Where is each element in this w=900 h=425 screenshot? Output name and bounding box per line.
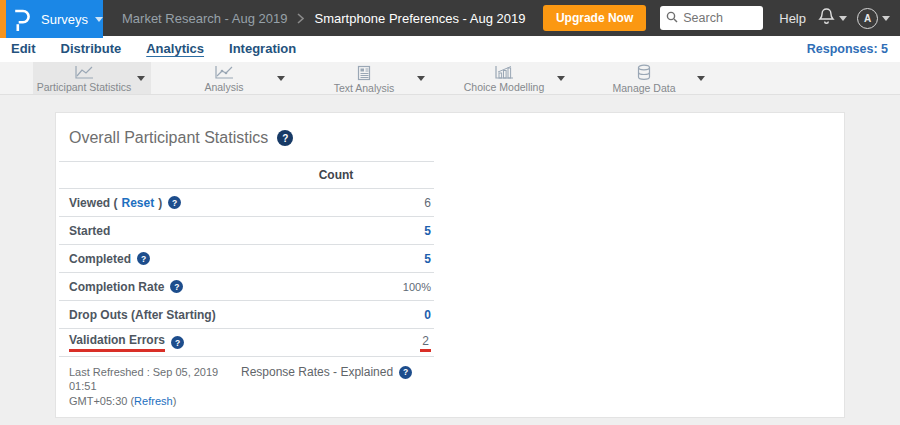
- chevron-down-icon: [95, 17, 103, 22]
- response-rates-explained: Response Rates - Explained ?: [241, 365, 412, 379]
- reset-link[interactable]: Reset: [121, 196, 154, 210]
- response-rates-label: Response Rates - Explained: [241, 365, 393, 379]
- chevron-down-icon: [697, 76, 705, 81]
- chevron-right-icon: [297, 13, 304, 24]
- analytics-toolbar: Participant Statistics Analysis: [0, 62, 900, 95]
- completion-rate-label: Completion Rate: [69, 280, 164, 294]
- table-header-row: Count: [59, 161, 434, 189]
- bell-icon: [818, 7, 835, 29]
- tab-edit[interactable]: Edit: [11, 41, 36, 57]
- participant-stats-table: Count Viewed ( Reset ) ? 6 Started 5: [59, 161, 434, 357]
- last-refreshed-close: ): [173, 395, 177, 407]
- validation-errors-help-icon[interactable]: ?: [171, 336, 184, 349]
- participant-statistics-card: Overall Participant Statistics ? Count V…: [55, 112, 845, 418]
- validation-errors-count: 2: [420, 334, 431, 352]
- last-refreshed-line2: GMT+05:30 (: [69, 395, 134, 407]
- last-refreshed: Last Refreshed : Sep 05, 2019 01:51 GMT+…: [69, 365, 241, 408]
- viewed-label: Viewed (: [69, 196, 117, 210]
- notifications-menu[interactable]: [818, 7, 847, 29]
- survey-section-nav: Edit Distribute Analytics Integration Re…: [0, 36, 900, 62]
- breadcrumb-current: Smartphone Preferences - Aug 2019: [314, 11, 525, 26]
- bar-chart-icon: [494, 65, 514, 80]
- tab-integration[interactable]: Integration: [229, 41, 296, 57]
- account-menu[interactable]: A: [857, 8, 890, 29]
- completion-rate-bar: [240, 280, 403, 293]
- breadcrumb: Market Research - Aug 2019 Smartphone Pr…: [122, 11, 526, 26]
- surveys-menu-label: Surveys: [41, 12, 88, 27]
- tab-manage-data[interactable]: Manage Data: [593, 62, 711, 94]
- search-icon: [666, 9, 678, 27]
- chevron-down-icon: [277, 76, 285, 81]
- completed-label: Completed: [69, 252, 131, 266]
- tab-choice-modelling[interactable]: Choice Modelling: [453, 62, 571, 94]
- viewed-help-icon[interactable]: ?: [168, 196, 181, 209]
- table-row-drop-outs: Drop Outs (After Starting) 0: [59, 301, 434, 329]
- tab-participant-statistics[interactable]: Participant Statistics: [33, 62, 151, 94]
- page-background: Overall Participant Statistics ? Count V…: [0, 95, 900, 425]
- line-chart-icon: [74, 65, 94, 80]
- avatar[interactable]: A: [857, 8, 878, 29]
- responses-count[interactable]: Responses: 5: [807, 42, 888, 56]
- chevron-down-icon: [557, 76, 565, 81]
- analysis-chart-icon: [214, 65, 234, 80]
- viewed-count: 6: [241, 196, 431, 210]
- response-rates-help-icon[interactable]: ?: [399, 366, 412, 379]
- tab-analysis[interactable]: Analysis: [173, 62, 291, 94]
- brand-orange-strip: [0, 0, 6, 38]
- chevron-down-icon: [839, 16, 847, 21]
- table-row-viewed: Viewed ( Reset ) ? 6: [59, 189, 434, 217]
- card-footer: Last Refreshed : Sep 05, 2019 01:51 GMT+…: [69, 365, 844, 408]
- tab-distribute[interactable]: Distribute: [61, 41, 122, 57]
- table-row-completion-rate: Completion Rate ? 100%: [59, 273, 434, 301]
- chevron-down-icon: [882, 16, 890, 21]
- document-icon: [356, 65, 372, 81]
- chevron-down-icon: [417, 76, 425, 81]
- search-input[interactable]: [683, 11, 759, 25]
- search-box[interactable]: [660, 6, 763, 30]
- table-row-completed: Completed ? 5: [59, 245, 434, 273]
- completed-help-icon[interactable]: ?: [137, 252, 150, 265]
- tab-analytics[interactable]: Analytics: [146, 41, 204, 57]
- drop-outs-count: 0: [241, 308, 431, 322]
- top-navbar: Surveys Market Research - Aug 2019 Smart…: [0, 0, 900, 36]
- completion-rate-help-icon[interactable]: ?: [170, 280, 183, 293]
- completed-count: 5: [241, 252, 431, 266]
- refresh-link[interactable]: Refresh: [134, 395, 173, 407]
- viewed-label-close: ): [158, 196, 162, 210]
- count-column-header: Count: [241, 168, 431, 182]
- breadcrumb-parent-link[interactable]: Market Research - Aug 2019: [122, 11, 287, 26]
- validation-errors-label: Validation Errors: [69, 333, 165, 352]
- surveys-product-menu[interactable]: Surveys: [0, 0, 103, 38]
- completion-rate-value: 100%: [403, 281, 431, 293]
- topbar-right-group: Upgrade Now Help A: [543, 5, 890, 31]
- upgrade-now-button[interactable]: Upgrade Now: [543, 5, 646, 31]
- questionpro-logo-icon[interactable]: [14, 8, 31, 31]
- chevron-down-icon: [137, 76, 145, 81]
- page-title: Overall Participant Statistics: [69, 129, 268, 147]
- tab-text-analysis[interactable]: Text Analysis: [313, 62, 431, 94]
- database-icon: [636, 64, 652, 81]
- started-label: Started: [69, 224, 241, 238]
- title-help-icon[interactable]: ?: [277, 130, 293, 146]
- last-refreshed-line1: Last Refreshed : Sep 05, 2019 01:51: [69, 366, 218, 392]
- help-link[interactable]: Help: [779, 11, 806, 26]
- table-row-started: Started 5: [59, 217, 434, 245]
- table-row-validation-errors: Validation Errors ? 2: [59, 329, 434, 357]
- drop-outs-label: Drop Outs (After Starting): [69, 308, 241, 322]
- started-count: 5: [241, 224, 431, 238]
- app-screen: Surveys Market Research - Aug 2019 Smart…: [0, 0, 900, 425]
